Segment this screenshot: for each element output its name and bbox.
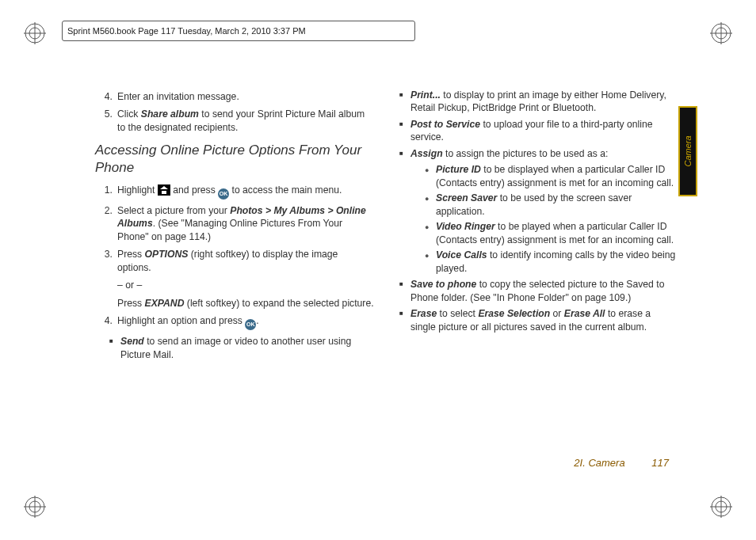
list-item: 2. Select a picture from your Photos > M… xyxy=(101,204,374,243)
sub-list-item: ■ Send to send an image or video to anot… xyxy=(109,335,374,361)
step-text: Select a picture from your Photos > My A… xyxy=(117,204,374,243)
dot-bullet-icon: ● xyxy=(425,192,430,218)
square-bullet-icon: ■ xyxy=(399,118,406,144)
option-name: Screen Saver xyxy=(436,192,497,203)
step-number: 4. xyxy=(101,314,113,330)
softkey-label: EXPAND xyxy=(145,298,185,309)
option-name: Erase Selection xyxy=(478,308,550,319)
ok-key-icon: OK xyxy=(245,319,256,330)
sub-list-item: ■ Assign to assign the pictures to be us… xyxy=(399,147,677,160)
step-text: Click Share album to send your Sprint Pi… xyxy=(117,108,374,134)
page-footer: 2I. Camera 117 xyxy=(574,457,669,469)
ok-key-icon: OK xyxy=(218,188,229,200)
list-item: 4. Highlight an option and press OK. xyxy=(101,314,374,330)
option-name: Save to phone xyxy=(410,279,476,290)
ui-term: Share album xyxy=(141,108,199,120)
square-bullet-icon: ■ xyxy=(399,89,406,115)
step-text: Enter an invitation message. xyxy=(117,90,374,103)
footer-section: 2I. Camera xyxy=(574,457,624,469)
option-name: Erase xyxy=(410,308,437,319)
or-separator: – or – xyxy=(117,279,374,291)
page-number: 117 xyxy=(651,457,669,469)
column-left: 4. Enter an invitation message. 5. Click… xyxy=(95,86,374,477)
crop-mark-icon xyxy=(710,496,732,518)
step-number: 3. xyxy=(101,248,113,310)
option-name: Video Ringer xyxy=(436,221,495,232)
nested-list-item: ● Picture ID to be displayed when a part… xyxy=(425,163,677,189)
section-heading: Accessing Online Picture Options From Yo… xyxy=(95,142,374,176)
nested-list-item: ● Screen Saver to be used by the screen … xyxy=(425,192,677,218)
option-name: Send xyxy=(120,336,144,347)
list-item: 1. Highlight and press OK to access the … xyxy=(101,184,374,200)
option-name: Voice Calls xyxy=(436,249,487,260)
step-text-alt: Press EXPAND (left softkey) to expand th… xyxy=(117,297,374,310)
option-name: Erase All xyxy=(564,308,605,319)
crop-mark-icon xyxy=(24,22,46,44)
square-bullet-icon: ■ xyxy=(109,335,116,361)
square-bullet-icon: ■ xyxy=(399,307,406,333)
option-name: Post to Service xyxy=(410,119,480,130)
step-number: 1. xyxy=(101,184,113,200)
document-header: Sprint M560.book Page 117 Tuesday, March… xyxy=(62,21,415,41)
list-item: 4. Enter an invitation message. xyxy=(101,90,374,103)
dot-bullet-icon: ● xyxy=(425,163,430,189)
crop-mark-icon xyxy=(710,22,732,44)
sub-list-item: ■ Erase to select Erase Selection or Era… xyxy=(399,307,677,333)
sub-list-item: ■ Print... to display to print an image … xyxy=(399,89,677,115)
home-key-icon xyxy=(158,184,170,196)
section-tab-label: Camera xyxy=(683,135,693,166)
option-name: Picture ID xyxy=(436,164,481,175)
list-item: 3. Press OPTIONS (right softkey) to disp… xyxy=(101,248,374,310)
step-number: 2. xyxy=(101,204,113,243)
crop-mark-icon xyxy=(24,496,46,518)
square-bullet-icon: ■ xyxy=(399,147,406,160)
option-name: Assign xyxy=(410,148,443,159)
step-number: 5. xyxy=(101,108,113,134)
column-right: ■ Print... to display to print an image … xyxy=(398,86,677,477)
square-bullet-icon: ■ xyxy=(399,278,406,304)
step-text: Highlight an option and press OK. xyxy=(117,314,374,330)
dot-bullet-icon: ● xyxy=(425,220,430,246)
option-name: Print... xyxy=(410,89,441,101)
step-text: Highlight and press OK to access the mai… xyxy=(117,184,374,200)
section-tab-camera: Camera xyxy=(678,106,697,196)
list-item: 5. Click Share album to send your Sprint… xyxy=(101,108,374,134)
sub-list-item: ■ Post to Service to upload your file to… xyxy=(399,118,677,144)
step-number: 4. xyxy=(101,90,113,103)
nested-list-item: ● Video Ringer to be played when a parti… xyxy=(425,220,677,246)
softkey-label: OPTIONS xyxy=(145,249,189,260)
nested-list-item: ● Voice Calls to identify incoming calls… xyxy=(425,249,677,275)
step-text: Press OPTIONS (right softkey) to display… xyxy=(117,248,374,310)
dot-bullet-icon: ● xyxy=(425,249,430,275)
page-body: 4. Enter an invitation message. 5. Click… xyxy=(95,86,677,477)
sub-list-item: ■ Save to phone to copy the selected pic… xyxy=(399,278,677,304)
